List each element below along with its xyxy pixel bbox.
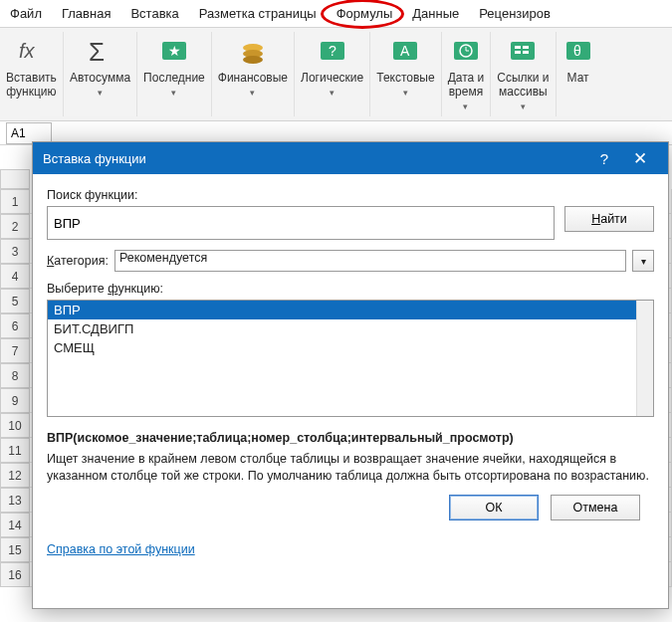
dialog-titlebar: Вставка функции ? ✕ [33, 142, 668, 174]
function-item[interactable]: СМЕЩ [48, 338, 653, 357]
row-header[interactable]: 6 [0, 313, 30, 338]
svg-text:Σ: Σ [89, 37, 105, 67]
row-header[interactable]: 12 [0, 463, 30, 488]
menu-data[interactable]: Данные [402, 2, 469, 25]
dropdown-icon: ▾ [98, 88, 103, 98]
row-header[interactable]: 9 [0, 388, 30, 413]
category-select[interactable]: Рекомендуется [114, 250, 626, 272]
text-icon: A [389, 36, 421, 68]
ribbon-financial[interactable]: Финансовые ▾ [212, 32, 295, 116]
category-label: Категория: [47, 254, 109, 268]
ribbon: fx Вставить функцию Σ Автосумма ▾ ★ Посл… [0, 28, 672, 121]
svg-text:θ: θ [573, 43, 581, 59]
svg-rect-18 [515, 51, 521, 54]
function-item[interactable]: БИТ.СДВИГП [48, 319, 653, 338]
function-item[interactable]: ВПР [48, 301, 653, 319]
row-header[interactable]: 15 [0, 537, 30, 562]
menu-bar: Файл Главная Вставка Разметка страницы Ф… [0, 0, 672, 28]
svg-text:fx: fx [19, 40, 36, 62]
fx-icon: fx [15, 36, 47, 68]
ribbon-insert-function[interactable]: fx Вставить функцию [0, 32, 64, 116]
ribbon-math[interactable]: θ Мат [557, 32, 600, 116]
dropdown-icon: ▾ [521, 102, 526, 111]
menu-page-layout[interactable]: Разметка страницы [189, 2, 327, 25]
svg-point-6 [243, 56, 263, 64]
ribbon-autosum[interactable]: Σ Автосумма ▾ [64, 32, 137, 116]
ok-button[interactable]: ОК [449, 495, 539, 520]
find-button[interactable]: Найти [564, 206, 654, 232]
insert-function-dialog: Вставка функции ? ✕ Поиск функции: Найти… [32, 141, 669, 609]
coins-icon [237, 36, 269, 68]
row-header[interactable]: 5 [0, 289, 30, 313]
dialog-help-button[interactable]: ? [586, 150, 622, 167]
menu-home[interactable]: Главная [52, 2, 120, 25]
menu-insert[interactable]: Вставка [120, 2, 188, 25]
svg-rect-17 [523, 46, 529, 49]
help-link[interactable]: Справка по этой функции [47, 542, 195, 556]
row-header[interactable]: 7 [0, 338, 30, 363]
function-list[interactable]: ВПР БИТ.СДВИГП СМЕЩ [47, 300, 654, 417]
dialog-close-button[interactable]: ✕ [622, 148, 658, 169]
search-input[interactable] [47, 206, 555, 240]
clock-icon [450, 36, 482, 68]
ribbon-lookup[interactable]: Ссылки и массивы ▾ [491, 32, 556, 116]
select-function-label: Выберите функцию: [47, 282, 654, 296]
question-icon: ? [317, 36, 348, 68]
ribbon-recent[interactable]: ★ Последние ▾ [137, 32, 212, 116]
svg-rect-19 [523, 51, 529, 54]
ribbon-logical[interactable]: ? Логические ▾ [295, 32, 370, 116]
cancel-button[interactable]: Отмена [551, 495, 640, 520]
category-dropdown-button[interactable]: ▾ [632, 250, 654, 272]
search-label: Поиск функции: [47, 188, 654, 202]
dialog-title: Вставка функции [43, 151, 586, 166]
dropdown-icon: ▾ [250, 88, 255, 98]
dropdown-icon: ▾ [463, 102, 468, 111]
menu-file[interactable]: Файл [0, 2, 52, 25]
menu-review[interactable]: Рецензиров [469, 2, 560, 25]
sigma-icon: Σ [84, 36, 115, 68]
row-header[interactable]: 10 [0, 413, 30, 438]
menu-formulas[interactable]: Формулы [327, 2, 403, 25]
row-header[interactable]: 8 [0, 363, 30, 388]
ribbon-text[interactable]: A Текстовые ▾ [370, 32, 441, 116]
row-header[interactable]: 16 [0, 562, 30, 587]
dropdown-icon: ▾ [171, 88, 176, 98]
star-icon: ★ [158, 36, 190, 68]
svg-text:A: A [400, 43, 410, 59]
row-header[interactable]: 3 [0, 239, 30, 264]
ribbon-datetime[interactable]: Дата и время ▾ [442, 32, 492, 116]
function-syntax: ВПР(искомое_значение;таблица;номер_столб… [47, 431, 654, 445]
row-header[interactable]: 1 [0, 189, 30, 214]
lookup-icon [507, 36, 539, 68]
svg-rect-16 [515, 46, 521, 49]
row-header[interactable]: 2 [0, 214, 30, 239]
svg-text:★: ★ [168, 43, 181, 59]
function-description: Ищет значение в крайнем левом столбце та… [47, 451, 654, 485]
row-header[interactable]: 11 [0, 438, 30, 463]
svg-text:?: ? [329, 43, 336, 59]
dropdown-icon: ▾ [330, 88, 335, 98]
row-header[interactable]: 13 [0, 488, 30, 513]
row-header[interactable]: 14 [0, 513, 30, 537]
row-header[interactable]: 4 [0, 264, 30, 289]
select-all-corner[interactable] [0, 169, 30, 189]
theta-icon: θ [562, 36, 594, 68]
dropdown-icon: ▾ [403, 88, 408, 98]
scrollbar[interactable] [636, 301, 653, 416]
